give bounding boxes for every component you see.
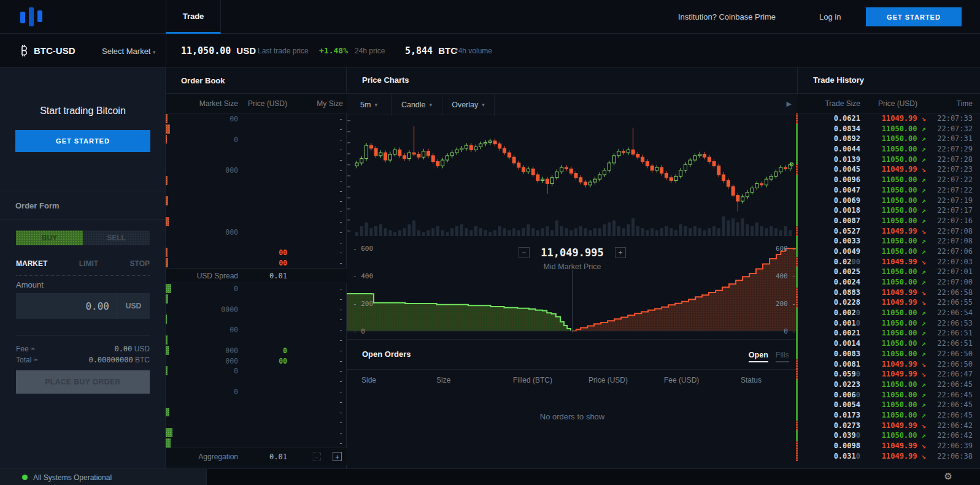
collapse-panel-arrow-icon[interactable]: ▶ bbox=[787, 100, 792, 108]
trade-history-row: 0.002511050.00 ↗22:07:01 bbox=[798, 267, 980, 277]
trade-history-title: Trade History bbox=[813, 75, 864, 85]
order-book-row[interactable]: - bbox=[166, 186, 347, 196]
open-orders-panel: Open Orders OpenFills Side Size Filled (… bbox=[347, 339, 798, 468]
tab-market[interactable]: MARKET bbox=[16, 259, 47, 268]
chevron-down-icon: ▾ bbox=[153, 49, 156, 55]
trade-history-row: 0.017311050.00 ↗22:06:45 bbox=[798, 410, 980, 421]
candlestick-chart[interactable] bbox=[347, 115, 798, 238]
order-book-row[interactable]: - bbox=[166, 438, 347, 448]
order-book-row[interactable]: 0- bbox=[166, 365, 347, 376]
order-book-row[interactable]: - bbox=[166, 237, 347, 248]
place-buy-order-button[interactable]: PLACE BUY ORDER bbox=[16, 370, 150, 394]
last-trade-price: 11,050.00 USD bbox=[181, 45, 256, 56]
order-book-row[interactable]: 00000- bbox=[166, 356, 347, 366]
mid-market-control: − 11,049.995 + Mid Market Price bbox=[347, 246, 798, 271]
trade-history-row: 0.004511049.99 ↘22:07:23 bbox=[798, 164, 980, 175]
tab-limit[interactable]: LIMIT bbox=[79, 259, 98, 268]
order-book-row[interactable]: - bbox=[166, 397, 347, 407]
order-book-row[interactable]: - bbox=[166, 155, 347, 165]
trade-history-row: 0.089211050.00 ↗22:07:31 bbox=[798, 134, 980, 144]
timeframe-dropdown[interactable]: 5m▾ bbox=[347, 94, 392, 116]
tab-stop[interactable]: STOP bbox=[130, 259, 150, 268]
aggregation-decrease-button[interactable]: − bbox=[312, 452, 321, 461]
order-book-row[interactable]: 00- bbox=[166, 113, 347, 124]
trade-history-row: 0.008111049.99 ↘22:06:50 bbox=[798, 359, 980, 370]
trade-history-row: 0.003311050.00 ↗22:07:08 bbox=[798, 236, 980, 246]
cta-get-started-button[interactable]: GET STARTED bbox=[15, 130, 150, 152]
market-bar: BTC-USD Select Market ▾ 11,050.00 USD La… bbox=[0, 34, 980, 67]
open-orders-empty-message: No orders to show bbox=[347, 412, 798, 421]
trade-history-row: 0.004911050.00 ↗22:07:06 bbox=[798, 246, 980, 257]
trade-history-row: 0.001011050.00 ↗22:06:53 bbox=[798, 318, 980, 329]
trade-history-row: 0.022811049.99 ↘22:06:55 bbox=[798, 297, 980, 308]
fee-row: Fee ≈ 0.00 USD bbox=[16, 345, 150, 353]
order-book-row[interactable]: 0- bbox=[166, 134, 347, 145]
order-book-row[interactable]: - bbox=[166, 407, 347, 418]
order-book-row[interactable]: - bbox=[166, 376, 347, 386]
sell-toggle[interactable]: SELL bbox=[83, 231, 150, 245]
order-form-title: Order Form bbox=[15, 201, 60, 210]
order-book-row[interactable]: 000- bbox=[166, 165, 347, 175]
mid-price-increase-button[interactable]: + bbox=[615, 247, 626, 258]
tab-open[interactable]: Open bbox=[749, 351, 768, 362]
order-book-columns: Market Size Price (USD) My Size bbox=[166, 93, 347, 113]
open-orders-title: Open Orders bbox=[362, 349, 411, 359]
trade-history-rows: 0.062111049.99 ↘22:07:330.083411050.00 ↗… bbox=[798, 113, 980, 461]
mid-market-price: 11,049.995 bbox=[541, 246, 603, 259]
select-market-dropdown[interactable]: Select Market ▾ bbox=[102, 47, 156, 56]
order-book-row[interactable]: - bbox=[166, 196, 347, 206]
trade-history-row: 0.002011050.00 ↗22:06:54 bbox=[798, 308, 980, 318]
open-orders-columns: Side Size Filled (BTC) Price (USD) Fee (… bbox=[347, 369, 798, 391]
mid-price-decrease-button[interactable]: − bbox=[519, 247, 530, 258]
volume-24h-label: 24h volume bbox=[454, 47, 492, 55]
order-book-row[interactable]: - bbox=[166, 175, 347, 186]
overlay-dropdown[interactable]: Overlay▾ bbox=[442, 94, 495, 116]
price-charts-panel: Price Charts 5m▾ Candle▾ Overlay▾ ▶ − 11… bbox=[347, 67, 798, 468]
order-book-row[interactable]: 00- bbox=[166, 258, 347, 268]
order-book-row[interactable]: - bbox=[166, 294, 347, 304]
aggregation-row: Aggregation 0.01 − + bbox=[166, 448, 347, 465]
trade-history-row: 0.004711050.00 ↗22:07:22 bbox=[798, 185, 980, 196]
order-book-row[interactable]: 00- bbox=[166, 247, 347, 258]
approx-icon: ≈ bbox=[31, 345, 35, 353]
order-book-row[interactable]: 0- bbox=[166, 283, 347, 294]
order-book-row[interactable]: 00- bbox=[166, 324, 347, 335]
trade-history-row: 0.001411050.00 ↗22:06:51 bbox=[798, 338, 980, 349]
amount-input[interactable] bbox=[16, 293, 117, 319]
order-book-row[interactable]: - bbox=[166, 417, 347, 427]
order-book-row[interactable]: 0000- bbox=[166, 345, 347, 356]
order-book-row[interactable]: - bbox=[166, 124, 347, 134]
buy-toggle[interactable]: BUY bbox=[16, 231, 83, 245]
institution-link[interactable]: Institution? Coinbase Prime bbox=[678, 0, 776, 34]
trade-history-row: 0.006011050.00 ↗22:06:45 bbox=[798, 390, 980, 400]
order-book-row[interactable]: - bbox=[166, 427, 347, 438]
sidebar: Start trading Bitcoin GET STARTED Order … bbox=[0, 67, 166, 468]
order-book-row[interactable]: - bbox=[166, 206, 347, 216]
tab-trade[interactable]: Trade bbox=[166, 0, 221, 34]
order-book-row[interactable]: 0000- bbox=[166, 304, 347, 315]
mid-market-line bbox=[572, 270, 573, 333]
btc-icon bbox=[19, 44, 29, 57]
trade-history-row: 0.022311050.00 ↗22:06:45 bbox=[798, 380, 980, 390]
order-book-row[interactable]: - bbox=[166, 335, 347, 345]
aggregation-increase-button[interactable]: + bbox=[333, 452, 342, 461]
order-book-row[interactable]: - bbox=[166, 144, 347, 155]
order-book-row[interactable]: - bbox=[166, 216, 347, 227]
order-book-panel: Order Book Market Size Price (USD) My Si… bbox=[166, 67, 347, 468]
order-book-row[interactable]: 0- bbox=[166, 386, 347, 397]
order-book-row[interactable]: 000- bbox=[166, 227, 347, 237]
tab-fills[interactable]: Fills bbox=[776, 351, 789, 362]
chart-type-dropdown[interactable]: Candle▾ bbox=[392, 94, 442, 116]
amount-unit: USD bbox=[117, 293, 150, 319]
trade-history-row: 0.052711049.99 ↘22:07:08 bbox=[798, 226, 980, 237]
login-link[interactable]: Log in bbox=[819, 0, 841, 34]
get-started-button[interactable]: GET STARTED bbox=[866, 7, 962, 26]
change-24h-label: 24h price bbox=[355, 47, 385, 55]
status-dot-icon bbox=[22, 475, 28, 480]
order-book-asks: 00--0---000------000--00-00- bbox=[166, 113, 347, 268]
last-trade-price-label: Last trade price bbox=[258, 47, 309, 55]
trade-history-columns: Trade Size Price (USD) Time bbox=[798, 93, 980, 113]
order-book-row[interactable]: - bbox=[166, 314, 347, 324]
gear-icon[interactable]: ⚙ bbox=[944, 471, 952, 482]
trade-history-row: 0.002111050.00 ↗22:06:51 bbox=[798, 328, 980, 338]
